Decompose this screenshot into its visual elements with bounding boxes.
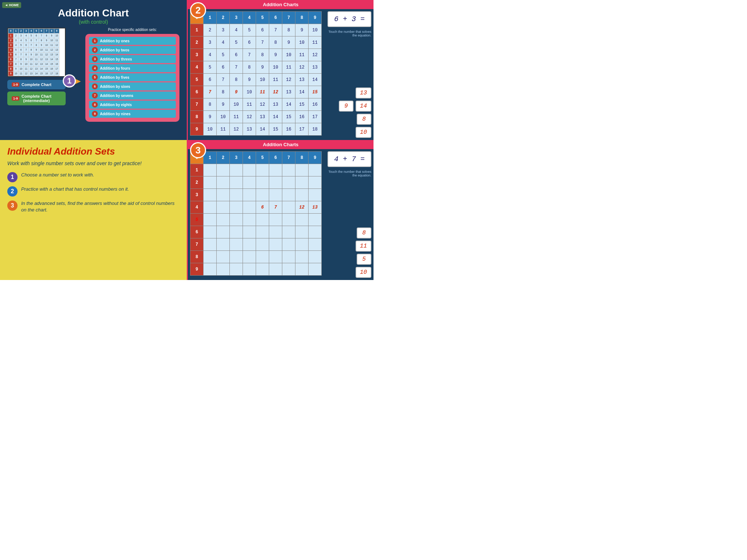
answer-tile-9[interactable]: 9 — [339, 101, 353, 112]
addition-sevens[interactable]: 7 Addition by sevens — [89, 92, 176, 100]
touch-instruction-top: Touch the number that solves the equatio… — [325, 30, 371, 37]
step3-badge: 3 — [190, 142, 206, 158]
desc-text: Work with single number sets over and ov… — [7, 160, 179, 167]
step-item-2: 2 Practice with a chart that has control… — [7, 186, 179, 197]
equation-panel-top: 6 + 3 = Touch the number that solves the… — [325, 11, 371, 138]
chart-area-top: 0 1234 56789 1 2345 678910 2 3456 789101… — [188, 9, 374, 140]
answer-tile-b-8[interactable]: 8 — [357, 228, 371, 238]
intermediate-badge: 1-9 — [12, 96, 19, 101]
answer-tile-13[interactable]: 13 — [356, 88, 371, 98]
answer-tiles-top[interactable]: 13 9 14 8 10 — [339, 88, 371, 138]
step-item-1: 1 Choose a number set to work with. — [7, 172, 179, 182]
step-item-3: 3 In the advanced sets, find the answers… — [7, 200, 179, 213]
step-text-3: In the advanced sets, find the answers w… — [21, 200, 179, 213]
bottom-right-panel: 3 Addition Charts 0 1234 56789 1 2 — [187, 140, 374, 280]
complete-chart-button[interactable]: 1-9 Complete Chart — [7, 80, 66, 89]
addition-list: 1 Addition by ones 2 Addition by twos 3 … — [85, 34, 179, 122]
step1-circle: 1 — [63, 74, 76, 88]
equation-panel-bottom: 4 + 7 = Touch the number that solves the… — [325, 151, 371, 278]
addition-nines[interactable]: 9 Addition by nines — [89, 110, 176, 118]
addition-eights[interactable]: 8 Addition by eights — [89, 101, 176, 109]
addition-fives[interactable]: 5 Addition by fives — [89, 73, 176, 81]
chart-table-top: 0 1234 56789 1 2345 678910 2 3456 789101… — [190, 11, 322, 138]
complete-chart-intermediate-button[interactable]: 1-9 Complete Chart (intermediate) — [7, 92, 66, 105]
step-text-1: Choose a number set to work with. — [21, 172, 94, 178]
touch-instruction-bottom: Touch the number that solves the equatio… — [325, 170, 371, 177]
step2-badge: 2 — [190, 2, 206, 18]
answer-tile-10[interactable]: 10 — [356, 127, 371, 138]
chart-area-bottom: 0 1234 56789 1 2 3 — [188, 149, 374, 280]
main-title: Addition Chart — [58, 7, 129, 19]
arrow-step1: ➤ 1 — [69, 73, 82, 89]
step-badge-2: 2 — [7, 186, 18, 197]
answer-tiles-bottom[interactable]: 8 11 5 10 — [356, 228, 371, 278]
intermediate-label: Complete Chart (intermediate) — [22, 94, 51, 103]
home-button[interactable]: ◄ HOME — [2, 2, 21, 8]
top-right-panel: 2 Addition Charts 0 1234 56789 1 2345 67… — [187, 0, 374, 140]
chart-table-bottom: 0 1234 56789 1 2 3 — [190, 151, 322, 278]
answer-tile-14[interactable]: 14 — [356, 101, 371, 112]
top-right-header: Addition Charts — [188, 0, 374, 9]
practice-section: Practice specific addition sets: 1 Addit… — [85, 28, 179, 122]
addition-ones[interactable]: 1 Addition by ones — [89, 37, 176, 45]
step-badge-3: 3 — [7, 201, 18, 211]
addition-sixes[interactable]: 6 Addition by sixes — [89, 82, 176, 90]
top-left-panel: ◄ HOME Addition Chart (with control) 012… — [0, 0, 187, 140]
mini-chart: 0123456789 12345678910 234567891011 3456… — [7, 28, 66, 105]
complete-badge: 1-9 — [12, 82, 19, 87]
answer-tile-b-11[interactable]: 11 — [356, 241, 371, 252]
answer-tile-8[interactable]: 8 — [357, 114, 371, 125]
sub-title: (with control) — [79, 19, 108, 25]
addition-twos[interactable]: 2 Addition by twos — [89, 46, 176, 54]
equation-box-bottom: 4 + 7 = — [328, 151, 371, 167]
step-text-2: Practice with a chart that has control n… — [21, 186, 129, 192]
equation-box-top: 6 + 3 = — [328, 11, 371, 27]
addition-fours[interactable]: 4 Addition by fours — [89, 64, 176, 72]
answer-tile-b-5[interactable]: 5 — [357, 254, 371, 265]
addition-threes[interactable]: 3 Addition by threes — [89, 55, 176, 63]
steps-list: 1 Choose a number set to work with. 2 Pr… — [7, 172, 179, 213]
bottom-left-panel: Individual Addition Sets Work with singl… — [0, 140, 187, 280]
section-title: Individual Addition Sets — [7, 146, 179, 157]
practice-label: Practice specific addition sets: — [85, 28, 179, 32]
answer-tile-b-10[interactable]: 10 — [356, 267, 371, 278]
step-badge-1: 1 — [7, 172, 18, 182]
bottom-right-header: Addition Charts — [188, 140, 374, 149]
complete-label: Complete Chart — [22, 82, 51, 87]
